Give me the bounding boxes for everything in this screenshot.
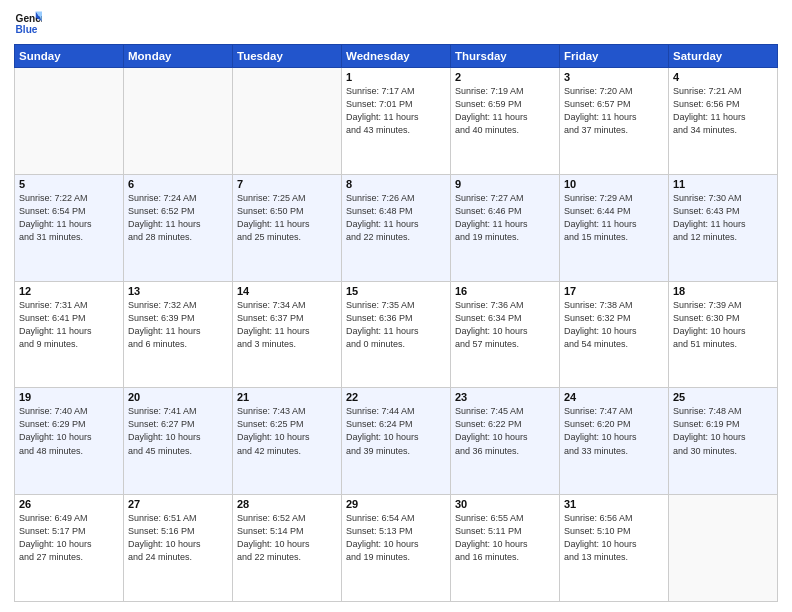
- day-info: Sunrise: 7:29 AM Sunset: 6:44 PM Dayligh…: [564, 192, 664, 244]
- day-info: Sunrise: 6:54 AM Sunset: 5:13 PM Dayligh…: [346, 512, 446, 564]
- day-info: Sunrise: 7:36 AM Sunset: 6:34 PM Dayligh…: [455, 299, 555, 351]
- page: General Blue SundayMondayTuesdayWednesda…: [0, 0, 792, 612]
- day-info: Sunrise: 7:39 AM Sunset: 6:30 PM Dayligh…: [673, 299, 773, 351]
- day-number: 15: [346, 285, 446, 297]
- day-number: 19: [19, 391, 119, 403]
- day-number: 18: [673, 285, 773, 297]
- day-number: 27: [128, 498, 228, 510]
- day-info: Sunrise: 7:40 AM Sunset: 6:29 PM Dayligh…: [19, 405, 119, 457]
- day-info: Sunrise: 7:41 AM Sunset: 6:27 PM Dayligh…: [128, 405, 228, 457]
- week-row-1: 5Sunrise: 7:22 AM Sunset: 6:54 PM Daylig…: [15, 174, 778, 281]
- day-number: 3: [564, 71, 664, 83]
- calendar-cell: 9Sunrise: 7:27 AM Sunset: 6:46 PM Daylig…: [451, 174, 560, 281]
- day-number: 4: [673, 71, 773, 83]
- day-info: Sunrise: 6:55 AM Sunset: 5:11 PM Dayligh…: [455, 512, 555, 564]
- day-info: Sunrise: 7:44 AM Sunset: 6:24 PM Dayligh…: [346, 405, 446, 457]
- calendar-cell: [124, 68, 233, 175]
- calendar-cell: 30Sunrise: 6:55 AM Sunset: 5:11 PM Dayli…: [451, 495, 560, 602]
- day-number: 1: [346, 71, 446, 83]
- day-number: 17: [564, 285, 664, 297]
- day-info: Sunrise: 7:32 AM Sunset: 6:39 PM Dayligh…: [128, 299, 228, 351]
- day-info: Sunrise: 7:25 AM Sunset: 6:50 PM Dayligh…: [237, 192, 337, 244]
- calendar-cell: 23Sunrise: 7:45 AM Sunset: 6:22 PM Dayli…: [451, 388, 560, 495]
- weekday-header-friday: Friday: [560, 45, 669, 68]
- calendar-cell: 16Sunrise: 7:36 AM Sunset: 6:34 PM Dayli…: [451, 281, 560, 388]
- day-number: 11: [673, 178, 773, 190]
- day-info: Sunrise: 7:47 AM Sunset: 6:20 PM Dayligh…: [564, 405, 664, 457]
- calendar-cell: 6Sunrise: 7:24 AM Sunset: 6:52 PM Daylig…: [124, 174, 233, 281]
- calendar-cell: 31Sunrise: 6:56 AM Sunset: 5:10 PM Dayli…: [560, 495, 669, 602]
- day-number: 14: [237, 285, 337, 297]
- calendar-cell: 27Sunrise: 6:51 AM Sunset: 5:16 PM Dayli…: [124, 495, 233, 602]
- day-number: 26: [19, 498, 119, 510]
- calendar-cell: 26Sunrise: 6:49 AM Sunset: 5:17 PM Dayli…: [15, 495, 124, 602]
- day-info: Sunrise: 7:19 AM Sunset: 6:59 PM Dayligh…: [455, 85, 555, 137]
- day-number: 7: [237, 178, 337, 190]
- calendar-cell: 21Sunrise: 7:43 AM Sunset: 6:25 PM Dayli…: [233, 388, 342, 495]
- day-number: 25: [673, 391, 773, 403]
- calendar-cell: 3Sunrise: 7:20 AM Sunset: 6:57 PM Daylig…: [560, 68, 669, 175]
- weekday-header-sunday: Sunday: [15, 45, 124, 68]
- calendar-cell: 20Sunrise: 7:41 AM Sunset: 6:27 PM Dayli…: [124, 388, 233, 495]
- calendar-cell: [15, 68, 124, 175]
- day-info: Sunrise: 7:48 AM Sunset: 6:19 PM Dayligh…: [673, 405, 773, 457]
- week-row-0: 1Sunrise: 7:17 AM Sunset: 7:01 PM Daylig…: [15, 68, 778, 175]
- calendar-cell: [233, 68, 342, 175]
- day-number: 5: [19, 178, 119, 190]
- logo-icon: General Blue: [14, 10, 42, 38]
- calendar-cell: 29Sunrise: 6:54 AM Sunset: 5:13 PM Dayli…: [342, 495, 451, 602]
- day-number: 24: [564, 391, 664, 403]
- calendar-cell: 25Sunrise: 7:48 AM Sunset: 6:19 PM Dayli…: [669, 388, 778, 495]
- day-number: 12: [19, 285, 119, 297]
- day-number: 9: [455, 178, 555, 190]
- day-number: 13: [128, 285, 228, 297]
- day-number: 29: [346, 498, 446, 510]
- calendar-cell: 28Sunrise: 6:52 AM Sunset: 5:14 PM Dayli…: [233, 495, 342, 602]
- week-row-3: 19Sunrise: 7:40 AM Sunset: 6:29 PM Dayli…: [15, 388, 778, 495]
- calendar-cell: 14Sunrise: 7:34 AM Sunset: 6:37 PM Dayli…: [233, 281, 342, 388]
- header: General Blue: [14, 10, 778, 38]
- day-info: Sunrise: 7:27 AM Sunset: 6:46 PM Dayligh…: [455, 192, 555, 244]
- calendar-cell: 5Sunrise: 7:22 AM Sunset: 6:54 PM Daylig…: [15, 174, 124, 281]
- day-info: Sunrise: 6:51 AM Sunset: 5:16 PM Dayligh…: [128, 512, 228, 564]
- calendar-cell: 19Sunrise: 7:40 AM Sunset: 6:29 PM Dayli…: [15, 388, 124, 495]
- logo: General Blue: [14, 10, 42, 38]
- calendar-cell: [669, 495, 778, 602]
- weekday-header-tuesday: Tuesday: [233, 45, 342, 68]
- calendar-cell: 12Sunrise: 7:31 AM Sunset: 6:41 PM Dayli…: [15, 281, 124, 388]
- day-number: 31: [564, 498, 664, 510]
- day-info: Sunrise: 7:43 AM Sunset: 6:25 PM Dayligh…: [237, 405, 337, 457]
- day-info: Sunrise: 7:31 AM Sunset: 6:41 PM Dayligh…: [19, 299, 119, 351]
- calendar-cell: 4Sunrise: 7:21 AM Sunset: 6:56 PM Daylig…: [669, 68, 778, 175]
- day-number: 30: [455, 498, 555, 510]
- day-info: Sunrise: 6:49 AM Sunset: 5:17 PM Dayligh…: [19, 512, 119, 564]
- svg-text:Blue: Blue: [16, 24, 38, 35]
- calendar-table: SundayMondayTuesdayWednesdayThursdayFrid…: [14, 44, 778, 602]
- week-row-2: 12Sunrise: 7:31 AM Sunset: 6:41 PM Dayli…: [15, 281, 778, 388]
- day-info: Sunrise: 7:38 AM Sunset: 6:32 PM Dayligh…: [564, 299, 664, 351]
- day-info: Sunrise: 7:26 AM Sunset: 6:48 PM Dayligh…: [346, 192, 446, 244]
- day-info: Sunrise: 7:22 AM Sunset: 6:54 PM Dayligh…: [19, 192, 119, 244]
- day-info: Sunrise: 6:52 AM Sunset: 5:14 PM Dayligh…: [237, 512, 337, 564]
- calendar-cell: 24Sunrise: 7:47 AM Sunset: 6:20 PM Dayli…: [560, 388, 669, 495]
- day-info: Sunrise: 7:24 AM Sunset: 6:52 PM Dayligh…: [128, 192, 228, 244]
- weekday-header-monday: Monday: [124, 45, 233, 68]
- week-row-4: 26Sunrise: 6:49 AM Sunset: 5:17 PM Dayli…: [15, 495, 778, 602]
- calendar-cell: 15Sunrise: 7:35 AM Sunset: 6:36 PM Dayli…: [342, 281, 451, 388]
- weekday-header-thursday: Thursday: [451, 45, 560, 68]
- weekday-header-wednesday: Wednesday: [342, 45, 451, 68]
- day-number: 10: [564, 178, 664, 190]
- day-info: Sunrise: 7:21 AM Sunset: 6:56 PM Dayligh…: [673, 85, 773, 137]
- day-number: 20: [128, 391, 228, 403]
- calendar-cell: 22Sunrise: 7:44 AM Sunset: 6:24 PM Dayli…: [342, 388, 451, 495]
- day-number: 8: [346, 178, 446, 190]
- day-info: Sunrise: 7:35 AM Sunset: 6:36 PM Dayligh…: [346, 299, 446, 351]
- calendar-cell: 8Sunrise: 7:26 AM Sunset: 6:48 PM Daylig…: [342, 174, 451, 281]
- day-info: Sunrise: 6:56 AM Sunset: 5:10 PM Dayligh…: [564, 512, 664, 564]
- day-number: 23: [455, 391, 555, 403]
- calendar-cell: 2Sunrise: 7:19 AM Sunset: 6:59 PM Daylig…: [451, 68, 560, 175]
- day-number: 28: [237, 498, 337, 510]
- calendar-cell: 13Sunrise: 7:32 AM Sunset: 6:39 PM Dayli…: [124, 281, 233, 388]
- calendar-cell: 11Sunrise: 7:30 AM Sunset: 6:43 PM Dayli…: [669, 174, 778, 281]
- weekday-header-row: SundayMondayTuesdayWednesdayThursdayFrid…: [15, 45, 778, 68]
